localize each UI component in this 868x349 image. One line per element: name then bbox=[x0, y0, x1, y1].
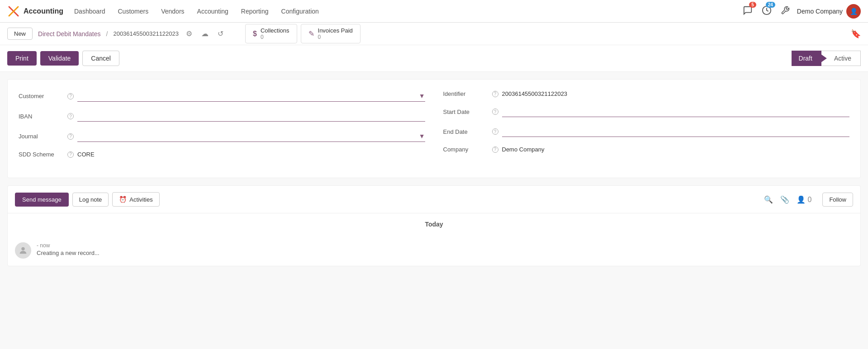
settings-button[interactable] bbox=[779, 4, 792, 18]
nav-customers[interactable]: Customers bbox=[113, 4, 154, 19]
status-draft[interactable]: Draft bbox=[792, 51, 821, 66]
search-chatter-icon[interactable]: 🔍 bbox=[764, 195, 773, 204]
iban-input[interactable] bbox=[77, 111, 425, 122]
send-message-button[interactable]: Send message bbox=[15, 193, 69, 207]
journal-help-icon[interactable]: ? bbox=[67, 133, 74, 140]
collections-info: Collections 0 bbox=[261, 27, 289, 40]
nav-configuration[interactable]: Configuration bbox=[276, 4, 324, 19]
journal-dropdown-arrow: ▼ bbox=[419, 132, 425, 140]
cloud-upload-icon[interactable]: ☁ bbox=[199, 28, 210, 39]
status-active[interactable]: Active bbox=[821, 51, 861, 66]
company-value: Demo Company bbox=[502, 146, 545, 153]
follow-button[interactable]: Follow bbox=[822, 193, 853, 207]
customer-dropdown-arrow: ▼ bbox=[419, 92, 425, 99]
status-bar: Draft Active bbox=[792, 51, 861, 66]
iban-help-icon[interactable]: ? bbox=[67, 113, 74, 119]
identifier-help-icon[interactable]: ? bbox=[492, 91, 498, 97]
settings-icon[interactable]: ⚙ bbox=[184, 28, 194, 39]
activities-label: Activities bbox=[129, 196, 152, 203]
company-help-icon[interactable]: ? bbox=[492, 146, 498, 153]
validate-button[interactable]: Validate bbox=[40, 51, 79, 66]
identifier-label: Identifier bbox=[443, 90, 489, 97]
refresh-icon[interactable]: ↺ bbox=[216, 28, 225, 39]
journal-label: Journal bbox=[19, 133, 64, 140]
message-area: - now Creating a new record... bbox=[8, 235, 860, 266]
clock-badge: 24 bbox=[766, 2, 775, 8]
identifier-value: 200361455003211220​23 bbox=[502, 90, 568, 97]
nav-vendors[interactable]: Vendors bbox=[156, 4, 190, 19]
journal-input[interactable] bbox=[77, 133, 419, 140]
bookmark-icon[interactable]: 🔖 bbox=[851, 29, 861, 39]
clock-button[interactable]: 24 bbox=[760, 4, 773, 19]
start-date-label: Start Date bbox=[443, 108, 489, 115]
start-date-input[interactable] bbox=[502, 106, 850, 117]
invoices-paid-count: 0 bbox=[318, 34, 353, 40]
collections-button[interactable]: $ Collections 0 bbox=[245, 24, 297, 43]
followers-icon[interactable]: 👤 0 bbox=[797, 195, 811, 204]
sdd-scheme-row: SDD Scheme ? CORE bbox=[19, 151, 425, 158]
new-button[interactable]: New bbox=[7, 28, 33, 40]
iban-label: IBAN bbox=[19, 113, 64, 120]
avatar-icon bbox=[18, 245, 28, 255]
nav-accounting[interactable]: Accounting bbox=[192, 4, 234, 19]
sdd-scheme-label: SDD Scheme bbox=[19, 151, 64, 158]
customer-input[interactable] bbox=[77, 93, 419, 99]
dollar-icon: $ bbox=[253, 30, 257, 38]
journal-select[interactable]: ▼ bbox=[77, 131, 425, 142]
collections-label: Collections bbox=[261, 27, 289, 34]
end-date-label: End Date bbox=[443, 128, 489, 135]
company-selector[interactable]: Demo Company 👤 bbox=[797, 4, 861, 19]
log-note-button[interactable]: Log note bbox=[72, 193, 109, 207]
breadcrumb-id: 200361455003211220​23 bbox=[113, 30, 179, 37]
company-name: Demo Company bbox=[797, 8, 843, 15]
app-name: Accounting bbox=[24, 7, 63, 15]
company-row: Company ? Demo Company bbox=[443, 146, 850, 153]
wrench-icon bbox=[781, 6, 790, 15]
app-logo[interactable]: Accounting bbox=[7, 5, 63, 18]
message-avatar bbox=[15, 242, 31, 259]
activities-clock-icon: ⏰ bbox=[119, 196, 127, 203]
top-nav: Accounting Dashboard Customers Vendors A… bbox=[0, 0, 868, 23]
form-grid: Customer ? ▼ IBAN ? Journal ? ▼ bbox=[19, 90, 849, 167]
identifier-row: Identifier ? 200361455003211220​23 bbox=[443, 90, 850, 97]
print-button[interactable]: Print bbox=[7, 51, 37, 66]
status-steps: Draft Active bbox=[792, 51, 861, 66]
nav-right: 5 24 Demo Company 👤 bbox=[741, 4, 861, 19]
end-date-input[interactable] bbox=[502, 126, 850, 137]
customer-help-icon[interactable]: ? bbox=[67, 93, 74, 99]
message-text: Creating a new record... bbox=[37, 250, 853, 256]
journal-row: Journal ? ▼ bbox=[19, 131, 425, 142]
iban-row: IBAN ? bbox=[19, 111, 425, 122]
actions-bar: Print Validate Cancel Draft Active bbox=[0, 45, 868, 72]
activities-button[interactable]: ⏰ Activities bbox=[112, 192, 159, 207]
chatter-area: Send message Log note ⏰ Activities 🔍 📎 👤… bbox=[7, 185, 861, 266]
nav-dashboard[interactable]: Dashboard bbox=[69, 4, 111, 19]
messages-badge: 5 bbox=[749, 2, 756, 8]
start-date-row: Start Date ? bbox=[443, 106, 850, 117]
end-date-help-icon[interactable]: ? bbox=[492, 128, 498, 135]
invoices-paid-info: Invoices Paid 0 bbox=[318, 27, 353, 40]
form-left-col: Customer ? ▼ IBAN ? Journal ? ▼ bbox=[19, 90, 425, 167]
messages-button[interactable]: 5 bbox=[741, 4, 754, 19]
customer-select[interactable]: ▼ bbox=[77, 90, 425, 102]
followers-count: 0 bbox=[808, 196, 812, 203]
today-label: Today bbox=[425, 221, 443, 228]
company-label: Company bbox=[443, 146, 489, 153]
breadcrumb-separator: / bbox=[106, 30, 108, 38]
secondary-bar: New Direct Debit Mandates / 200361455003… bbox=[0, 23, 868, 45]
breadcrumb-link[interactable]: Direct Debit Mandates bbox=[38, 30, 101, 38]
attachment-icon[interactable]: 📎 bbox=[780, 195, 789, 204]
customer-label: Customer bbox=[19, 93, 64, 99]
start-date-help-icon[interactable]: ? bbox=[492, 108, 498, 115]
end-date-row: End Date ? bbox=[443, 126, 850, 137]
nav-reporting[interactable]: Reporting bbox=[236, 4, 274, 19]
customer-row: Customer ? ▼ bbox=[19, 90, 425, 102]
invoices-paid-button[interactable]: ✎ Invoices Paid 0 bbox=[301, 24, 360, 43]
cancel-button[interactable]: Cancel bbox=[82, 51, 119, 66]
sdd-scheme-value: CORE bbox=[77, 151, 95, 158]
message-time: - now bbox=[37, 242, 853, 249]
svg-point-3 bbox=[21, 247, 24, 250]
sdd-scheme-help-icon[interactable]: ? bbox=[67, 151, 74, 158]
today-divider: Today bbox=[8, 213, 860, 235]
invoices-paid-label: Invoices Paid bbox=[318, 27, 353, 34]
